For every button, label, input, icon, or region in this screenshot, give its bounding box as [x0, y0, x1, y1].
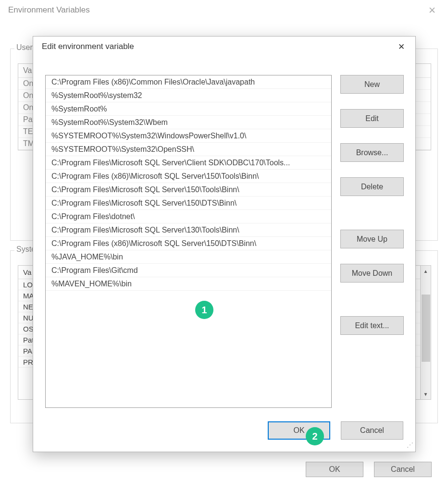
list-item[interactable]: %SystemRoot%	[46, 102, 331, 116]
list-item[interactable]: C:\Program Files\Microsoft SQL Server\13…	[46, 223, 331, 237]
list-item[interactable]: C:\Program Files (x86)\Microsoft SQL Ser…	[46, 237, 331, 250]
user-group-label: User	[14, 43, 35, 52]
list-item[interactable]: %SYSTEMROOT%\System32\WindowsPowerShell\…	[46, 129, 331, 143]
close-icon[interactable]: ✕	[423, 3, 442, 18]
annotation-badge-1: 1	[195, 301, 213, 319]
scroll-down-icon[interactable]: ▼	[421, 389, 431, 399]
list-item[interactable]: C:\Program Files\Microsoft SQL Server\15…	[46, 183, 331, 197]
edit-env-var-dialog: Edit environment variable ✕ C:\Program F…	[33, 36, 416, 452]
scroll-up-icon[interactable]: ▲	[421, 266, 431, 276]
path-list[interactable]: C:\Program Files (x86)\Common Files\Orac…	[45, 75, 332, 408]
cancel-button[interactable]: Cancel	[341, 421, 403, 440]
parent-titlebar: Environment Variables ✕	[0, 0, 448, 20]
list-item[interactable]: C:\Program Files\Microsoft SQL Server\15…	[46, 197, 331, 210]
list-item[interactable]: %JAVA_HOME%\bin	[46, 250, 331, 264]
move-up-button[interactable]: Move Up	[340, 230, 404, 248]
list-item[interactable]: C:\Program Files (x86)\Common Files\Orac…	[46, 75, 331, 89]
modal-bottom-buttons: OK Cancel	[268, 421, 403, 440]
close-icon[interactable]: ✕	[391, 39, 411, 55]
parent-cancel-button[interactable]: Cancel	[374, 462, 432, 477]
resize-grip-icon[interactable]: ⋰	[407, 443, 413, 450]
scroll-thumb[interactable]	[422, 295, 430, 362]
list-item[interactable]: %SystemRoot%\System32\Wbem	[46, 116, 331, 129]
parent-ok-button[interactable]: OK	[306, 462, 363, 477]
modal-body: C:\Program Files (x86)\Common Files\Orac…	[45, 75, 403, 440]
parent-title: Environment Variables	[8, 5, 90, 15]
list-item[interactable]: %MAVEN_HOME%\bin	[46, 277, 331, 291]
list-item[interactable]: C:\Program Files (x86)\Microsoft SQL Ser…	[46, 170, 331, 183]
list-item[interactable]: C:\Program Files\Microsoft SQL Server\Cl…	[46, 156, 331, 170]
modal-titlebar: Edit environment variable ✕	[33, 37, 415, 57]
list-item[interactable]: C:\Program Files\dotnet\	[46, 210, 331, 223]
side-button-column: New Edit Browse... Delete Move Up Move D…	[340, 75, 404, 335]
browse-button[interactable]: Browse...	[340, 143, 404, 162]
move-down-button[interactable]: Move Down	[340, 264, 404, 283]
delete-button[interactable]: Delete	[340, 177, 404, 196]
list-item[interactable]: %SYSTEMROOT%\System32\OpenSSH\	[46, 143, 331, 156]
modal-title: Edit environment variable	[42, 42, 134, 51]
new-button[interactable]: New	[340, 75, 404, 94]
edit-button[interactable]: Edit	[340, 109, 404, 128]
parent-button-row: OK Cancel	[0, 462, 448, 477]
list-item[interactable]: C:\Program Files\Git\cmd	[46, 264, 331, 277]
annotation-badge-2: 2	[306, 427, 324, 445]
edit-text-button[interactable]: Edit text...	[340, 316, 404, 335]
list-item[interactable]: %SystemRoot%\system32	[46, 89, 331, 102]
scrollbar[interactable]: ▲ ▼	[421, 265, 431, 400]
